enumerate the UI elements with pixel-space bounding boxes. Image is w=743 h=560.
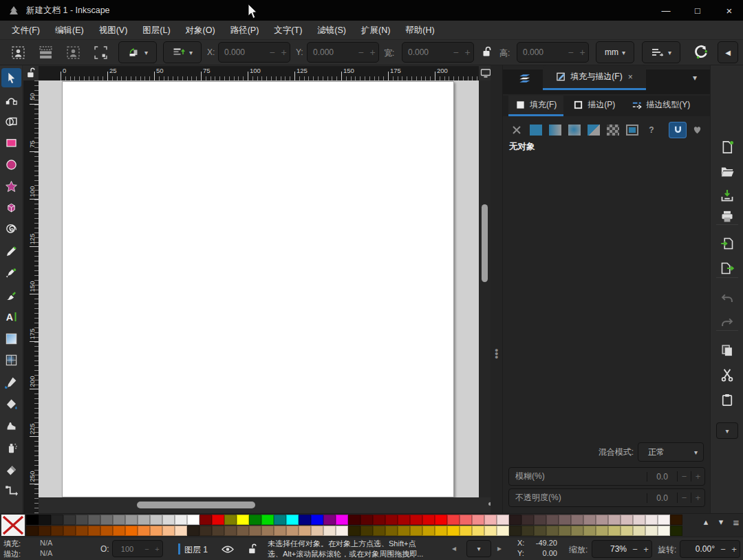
scale-options-dropdown[interactable]: ▾ (642, 41, 680, 63)
new-document-button[interactable] (719, 139, 735, 155)
fill-style-unknown[interactable]: ? (643, 122, 660, 138)
color-swatch[interactable] (51, 526, 63, 536)
color-swatch[interactable] (224, 526, 237, 536)
color-swatch[interactable] (274, 526, 286, 536)
color-swatch[interactable] (336, 515, 348, 525)
color-swatch[interactable] (559, 515, 571, 525)
menu-item-6[interactable]: 路径(P) (223, 21, 267, 40)
close-button[interactable]: × (713, 0, 743, 21)
horizontal-scrollbar[interactable] (39, 497, 479, 513)
tool-calligraphy[interactable] (1, 286, 21, 305)
tool-spray[interactable] (1, 438, 21, 457)
color-swatch[interactable] (398, 515, 410, 525)
color-swatch[interactable] (435, 515, 447, 525)
color-swatch[interactable] (138, 526, 150, 536)
fill-style-pattern[interactable] (605, 122, 621, 138)
color-swatch[interactable] (472, 515, 484, 525)
layer-visibility-eye-icon[interactable] (222, 545, 234, 554)
color-swatch[interactable] (138, 515, 150, 525)
color-swatch[interactable] (385, 515, 398, 525)
tool-tweak[interactable] (1, 416, 21, 435)
fill-style-flat-color[interactable] (528, 122, 544, 138)
tool-shape-builder[interactable] (1, 111, 21, 131)
color-swatch[interactable] (521, 526, 534, 536)
color-swatch[interactable] (460, 515, 472, 525)
color-swatch[interactable] (484, 515, 497, 525)
color-swatch[interactable] (150, 515, 162, 525)
maximize-button[interactable]: □ (682, 0, 713, 21)
color-swatch[interactable] (26, 526, 39, 536)
color-swatch[interactable] (175, 515, 187, 525)
color-swatch[interactable] (521, 515, 534, 525)
color-swatch[interactable] (645, 526, 658, 536)
unit-dropdown[interactable]: mm▾ (596, 41, 634, 63)
minimize-button[interactable]: — (650, 0, 682, 21)
color-swatch[interactable] (348, 526, 360, 536)
color-swatch[interactable] (63, 515, 76, 525)
color-swatch[interactable] (633, 526, 645, 536)
color-swatch[interactable] (410, 526, 422, 536)
color-swatch[interactable] (286, 515, 299, 525)
fill-style-radial-gradient[interactable] (566, 122, 583, 138)
menu-item-9[interactable]: 扩展(N) (354, 21, 398, 40)
color-swatch[interactable] (373, 526, 385, 536)
color-swatch[interactable] (51, 515, 63, 525)
color-swatch[interactable] (360, 526, 373, 536)
fill-style-linear-gradient[interactable] (547, 122, 563, 138)
menu-item-4[interactable]: 图层(L) (135, 21, 177, 40)
color-swatch[interactable] (484, 526, 497, 536)
color-swatch[interactable] (212, 526, 224, 536)
color-swatch[interactable] (608, 526, 621, 536)
display-color-management-icon[interactable] (480, 68, 491, 78)
color-swatch[interactable] (261, 526, 274, 536)
color-swatch[interactable] (200, 526, 212, 536)
tool-eraser[interactable] (1, 460, 21, 479)
vertical-scrollbar-thumb[interactable] (482, 204, 488, 282)
fill-style-no-paint[interactable] (508, 122, 525, 138)
color-swatch[interactable] (125, 515, 138, 525)
color-swatch[interactable] (658, 526, 670, 536)
color-swatch[interactable] (546, 515, 559, 525)
menu-item-10[interactable]: 帮助(H) (398, 21, 442, 40)
zoom-control[interactable]: 73%−+ (592, 540, 652, 558)
color-swatch[interactable] (509, 515, 521, 525)
dock-menu-chevron-icon[interactable]: ▾ (685, 69, 704, 86)
export-button[interactable] (719, 260, 735, 277)
color-swatch[interactable] (608, 515, 621, 525)
color-swatch[interactable] (621, 515, 633, 525)
layer-lock-icon[interactable] (248, 543, 257, 554)
tool-ellipse[interactable] (1, 155, 21, 174)
menu-item-3[interactable]: 视图(V) (91, 21, 136, 40)
layers-dialog-tab[interactable] (510, 68, 540, 89)
stroke-indicator-value[interactable]: N/A (40, 549, 52, 557)
color-swatch[interactable] (509, 526, 521, 536)
ruler-corner-lock[interactable] (23, 66, 39, 80)
tool-spiral[interactable] (1, 220, 21, 239)
color-swatch[interactable] (100, 515, 113, 525)
color-swatch[interactable] (162, 515, 175, 525)
select-mode-select-objects[interactable] (7, 43, 29, 63)
status-dropdown-button[interactable]: ▾ (466, 540, 491, 557)
status-next-icon[interactable]: ▸ (497, 543, 502, 553)
color-swatch[interactable] (360, 515, 373, 525)
tool-paint-bucket[interactable] (1, 394, 21, 413)
tool-bezier-pen[interactable] (1, 263, 21, 283)
color-swatch[interactable] (497, 515, 509, 525)
color-swatch[interactable] (212, 515, 224, 525)
tool-node-editor[interactable] (1, 90, 21, 109)
color-swatch[interactable] (88, 526, 100, 536)
color-swatch[interactable] (546, 526, 559, 536)
color-swatch[interactable] (460, 526, 472, 536)
color-swatch[interactable] (187, 515, 200, 525)
tab-stroke-style[interactable]: 描边线型(Y) (625, 96, 697, 116)
color-swatch[interactable] (224, 515, 237, 525)
fill-style-mesh-gradient[interactable] (585, 122, 602, 138)
save-button[interactable] (719, 187, 735, 204)
snap-toggle-icon[interactable] (693, 44, 708, 61)
color-swatch[interactable] (534, 526, 546, 536)
color-swatch[interactable] (422, 515, 435, 525)
fill-style-fill-rule-nonzero[interactable] (689, 122, 705, 138)
color-swatch[interactable] (472, 526, 484, 536)
no-color-swatch[interactable] (1, 515, 25, 536)
menu-item-1[interactable]: 文件(F) (4, 21, 47, 40)
